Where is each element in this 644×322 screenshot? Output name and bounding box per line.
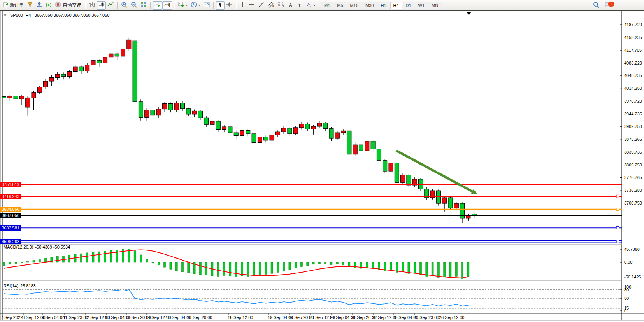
candle[interactable]: [145, 110, 149, 117]
vertical-line-button[interactable]: [238, 1, 247, 10]
candle[interactable]: [133, 41, 137, 102]
candle[interactable]: [454, 203, 458, 208]
notifications-button[interactable]: 1: [603, 1, 613, 10]
candle[interactable]: [127, 40, 131, 49]
candle[interactable]: [300, 124, 304, 127]
timeframe-m1[interactable]: M1: [321, 2, 333, 9]
autotrading-button[interactable]: 自动交易: [53, 1, 83, 10]
candle[interactable]: [311, 126, 316, 129]
accounts-button[interactable]: [35, 1, 44, 10]
auto-scroll-button[interactable]: [153, 1, 162, 10]
horizontal-line-button[interactable]: [247, 1, 256, 10]
timeframe-h4[interactable]: H4: [390, 2, 402, 9]
candle[interactable]: [317, 123, 321, 126]
candle[interactable]: [395, 163, 399, 182]
timeframe-w1[interactable]: W1: [415, 2, 428, 9]
search-button[interactable]: [591, 1, 601, 10]
text-button[interactable]: A: [286, 1, 295, 10]
candle[interactable]: [389, 163, 393, 171]
price-line-handle[interactable]: [616, 208, 619, 211]
candle[interactable]: [275, 132, 280, 135]
candle[interactable]: [139, 102, 143, 118]
candle[interactable]: [341, 131, 346, 133]
candle[interactable]: [44, 81, 48, 87]
candle[interactable]: [198, 111, 202, 118]
candle[interactable]: [305, 124, 310, 129]
price-line-handle[interactable]: [616, 195, 619, 198]
candle[interactable]: [222, 127, 226, 130]
candle[interactable]: [115, 54, 119, 56]
candle[interactable]: [365, 141, 369, 151]
new-chart-button[interactable]: ▾: [176, 1, 189, 10]
candle[interactable]: [246, 130, 250, 133]
new-order-button[interactable]: 新订单: [1, 1, 25, 10]
candle[interactable]: [448, 198, 453, 208]
periods-button[interactable]: ▾: [189, 1, 202, 10]
candle[interactable]: [335, 133, 339, 138]
price-line-handle[interactable]: [616, 240, 619, 243]
zoom-in-button[interactable]: [119, 1, 129, 10]
candle[interactable]: [353, 145, 357, 154]
candle[interactable]: [19, 96, 24, 99]
price-line-handle[interactable]: [616, 226, 619, 229]
candle[interactable]: [49, 78, 54, 81]
candle[interactable]: [85, 65, 89, 71]
line-chart-button[interactable]: [106, 1, 115, 10]
candle[interactable]: [270, 135, 274, 140]
arrows-button[interactable]: ▾: [304, 1, 317, 10]
candle[interactable]: [288, 128, 292, 134]
candle[interactable]: [121, 49, 125, 56]
timeframe-mn[interactable]: MN: [428, 2, 441, 9]
candle[interactable]: [163, 104, 167, 109]
candle[interactable]: [151, 110, 155, 115]
zoom-out-button[interactable]: [129, 1, 139, 10]
crosshair-button[interactable]: [225, 1, 234, 10]
timeframe-m15[interactable]: M15: [347, 2, 361, 9]
mql-market-button[interactable]: [25, 1, 35, 10]
candle[interactable]: [37, 87, 42, 92]
candlestick-chart-button[interactable]: [97, 1, 106, 10]
candle[interactable]: [55, 74, 60, 77]
candle[interactable]: [323, 123, 328, 129]
candle[interactable]: [216, 121, 220, 130]
candle[interactable]: [234, 133, 238, 136]
templates-button[interactable]: [202, 1, 211, 10]
chart-menu-icon[interactable]: ▼: [4, 14, 7, 17]
candle[interactable]: [293, 128, 298, 134]
chart-shift-button[interactable]: [162, 1, 172, 10]
candle[interactable]: [91, 60, 95, 65]
text-label-button[interactable]: T: [295, 1, 304, 10]
candle[interactable]: [97, 60, 101, 63]
candle[interactable]: [359, 145, 363, 150]
candle[interactable]: [252, 134, 256, 143]
candle[interactable]: [258, 137, 262, 142]
candle[interactable]: [73, 67, 77, 71]
candle[interactable]: [377, 149, 381, 160]
candle[interactable]: [401, 175, 405, 183]
timeframe-h1[interactable]: H1: [377, 2, 389, 9]
candle[interactable]: [383, 161, 387, 171]
candle[interactable]: [79, 67, 83, 71]
candle[interactable]: [67, 71, 72, 76]
candle[interactable]: [103, 57, 107, 63]
chart-shift-marker[interactable]: [467, 12, 471, 15]
cursor-button[interactable]: [216, 1, 225, 10]
candle[interactable]: [371, 141, 375, 149]
candle[interactable]: [436, 191, 440, 203]
candle[interactable]: [240, 130, 244, 135]
candle[interactable]: [329, 129, 333, 138]
fibonacci-button[interactable]: F: [276, 1, 286, 10]
candle[interactable]: [186, 109, 191, 114]
candle[interactable]: [204, 118, 209, 124]
timeframe-m30[interactable]: M30: [362, 2, 377, 9]
candle[interactable]: [168, 104, 173, 110]
candle[interactable]: [442, 198, 447, 203]
candle[interactable]: [347, 131, 351, 154]
bar-chart-button[interactable]: [87, 1, 97, 10]
candle[interactable]: [14, 96, 18, 99]
tile-windows-button[interactable]: [139, 1, 148, 10]
candle[interactable]: [2, 97, 6, 98]
candle[interactable]: [192, 111, 197, 114]
candle[interactable]: [26, 98, 30, 107]
candle[interactable]: [407, 175, 411, 185]
